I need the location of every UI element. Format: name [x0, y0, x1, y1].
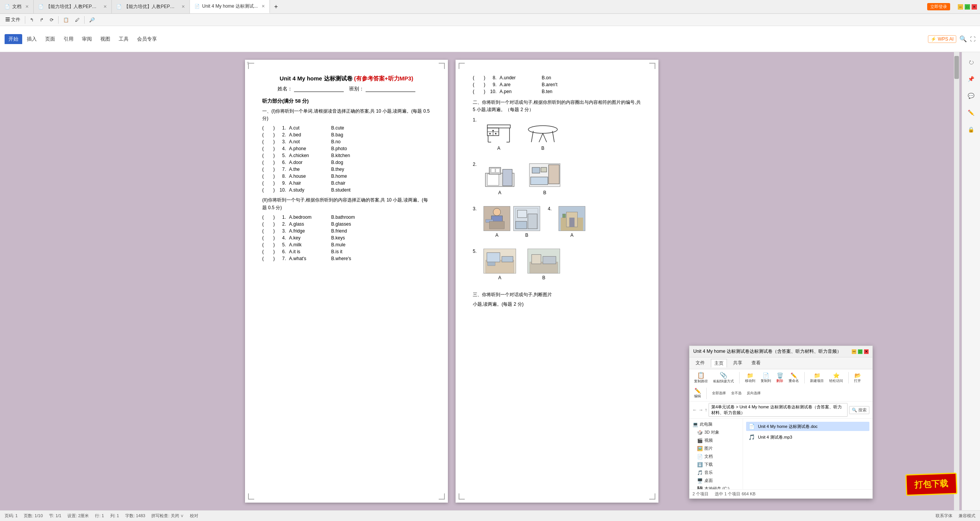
fe-btn-delete[interactable]: 🗑️ 删除: [775, 372, 785, 384]
sidebar-edit-icon[interactable]: ✏️: [964, 106, 978, 120]
ribbon-tab-vip[interactable]: 会员专享: [133, 34, 161, 44]
zoom-btn[interactable]: 🔎: [87, 16, 97, 23]
login-button[interactable]: 立即登录: [927, 3, 950, 10]
q3b: B.no: [331, 139, 362, 144]
svg-rect-38: [569, 218, 575, 227]
file-menu-btn[interactable]: ☰ 文件: [3, 16, 23, 24]
undo-btn[interactable]: ↰: [28, 16, 36, 23]
ribbon-right: ⚡ WPS AI 🔍 ⛶: [928, 35, 975, 43]
sidebar-pin-icon[interactable]: 📌: [964, 72, 978, 86]
fe-tree-drive-c[interactable]: 💾 本地磁盘 (C:): [689, 485, 743, 489]
p2q3b: B.friend: [331, 228, 362, 234]
fe-right-panel: 📄 Unit 4 My home 达标测试卷.doc 🎵 Unit 4 测试卷.…: [743, 419, 872, 489]
tab-2[interactable]: 📄 【能力培优】人教PEP版英语四年级... ✕: [34, 0, 112, 13]
fe-btn-copy-path[interactable]: 📋 复制路径: [693, 371, 709, 385]
clear-format-btn[interactable]: 🖊: [73, 16, 82, 23]
tab-4-label: Unit 4 My home 达标测试...: [202, 3, 258, 10]
fe-search-box[interactable]: 🔍 搜索: [849, 406, 869, 414]
tab-3[interactable]: 📄 【能力培优】人教PEP版英语四年级... ✕: [112, 0, 190, 13]
format-painter-btn[interactable]: 📋: [61, 16, 71, 23]
fe-tree-desktop[interactable]: 🖥️ 桌面: [689, 477, 743, 485]
tab-1-close[interactable]: ✕: [25, 4, 29, 9]
fe-close-btn[interactable]: ✕: [864, 349, 869, 354]
svg-rect-33: [528, 214, 537, 229]
fe-forward-btn[interactable]: →: [699, 407, 703, 413]
img-2b-label: B: [543, 190, 546, 195]
fe-back-btn[interactable]: ←: [693, 407, 697, 413]
video-icon: 🎬: [697, 438, 703, 443]
tab-area: 📄 文档 ✕ 📄 【能力培优】人教PEP版英语四年级... ✕ 📄 【能力培优】…: [0, 0, 923, 13]
fe-tree-computer[interactable]: 💻 此电脑: [689, 420, 743, 428]
fe-btn-rename[interactable]: ✏️ 重命名: [787, 372, 800, 384]
tab-3-close[interactable]: ✕: [181, 4, 185, 9]
sidebar-comment-icon[interactable]: 💬: [964, 89, 978, 103]
fe-tree-pictures[interactable]: 🖼️ 图片: [689, 444, 743, 452]
maximize-button[interactable]: □: [965, 4, 970, 10]
ribbon-tab-ref[interactable]: 引用: [60, 34, 77, 44]
fe-btn-copy[interactable]: 📄 复制到: [759, 372, 773, 384]
fe-btn-new-item[interactable]: 📁 新建项目: [808, 372, 825, 384]
status-proofread[interactable]: 校对: [190, 513, 198, 519]
fe-btn-easy-access[interactable]: ⭐ 轻松访问: [828, 372, 844, 384]
img-3b-label: B: [525, 233, 528, 238]
ribbon-tab-view[interactable]: 视图: [96, 34, 114, 44]
fe-file-mp3[interactable]: 🎵 Unit 4 测试卷.mp3: [746, 433, 869, 442]
q4b: B.photo: [331, 146, 362, 151]
ribbon-tab-insert[interactable]: 插入: [23, 34, 41, 44]
fe-tree-music[interactable]: 🎵 音乐: [689, 469, 743, 477]
wps-ai-button[interactable]: ⚡ WPS AI: [928, 35, 956, 43]
open-icon: 📂: [854, 372, 861, 378]
ribbon-tab-review[interactable]: 审阅: [78, 34, 96, 44]
fe-btn-edit[interactable]: ✏️ 编辑: [693, 387, 702, 400]
status-section: 节: 1/1: [49, 513, 61, 519]
ribbon-search-icon[interactable]: 🔍: [959, 35, 967, 43]
fe-btn-select-all[interactable]: 全部选择: [710, 390, 727, 396]
fe-path-bar[interactable]: 第4单元试卷 > Unit 4 My home 达标测试卷达标测试卷（含答案、听…: [709, 403, 848, 417]
ribbon-expand-icon[interactable]: ⛶: [970, 36, 975, 42]
copy-path-icon: 📋: [694, 372, 708, 379]
save-btn[interactable]: ⟳: [47, 16, 56, 23]
fe-tab-home[interactable]: 主页: [711, 359, 727, 367]
drag-handle[interactable]: ⠿: [247, 61, 249, 66]
ribbon-tab-page[interactable]: 页面: [41, 34, 59, 44]
corner-br: [439, 493, 445, 500]
img-set-5: 5. A: [473, 249, 641, 286]
sidebar-lock-icon[interactable]: 🔒: [964, 123, 978, 136]
fe-tree-video[interactable]: 🎬 视频: [689, 436, 743, 444]
fe-btn-paste-shortcut[interactable]: 📎 粘贴快捷方式: [712, 371, 735, 385]
new-tab-btn[interactable]: ＋: [270, 0, 282, 13]
fe-btn-select-none[interactable]: 全不选: [730, 390, 743, 396]
fe-max-btn[interactable]: □: [858, 349, 862, 354]
tab-2-close[interactable]: ✕: [103, 4, 107, 9]
q10b: B.student: [331, 187, 362, 193]
ribbon-tab-start[interactable]: 开始: [5, 34, 22, 44]
fe-btn-invert[interactable]: 反向选择: [745, 390, 762, 396]
scrollbar-thumb[interactable]: [954, 56, 959, 79]
tab-4[interactable]: 📄 Unit 4 My home 达标测试... ✕: [190, 0, 270, 13]
fe-tab-share[interactable]: 共享: [730, 359, 745, 367]
svg-rect-19: [491, 169, 495, 172]
fe-file-doc[interactable]: 📄 Unit 4 My home 达标测试卷.doc: [746, 422, 869, 431]
ribbon-tab-tools-label: 工具: [119, 36, 129, 42]
redo-btn[interactable]: ↱: [38, 16, 46, 23]
mp3-file-name: Unit 4 测试卷.mp3: [758, 434, 792, 440]
status-spell-check[interactable]: 拼写检查: 关闭 ∨: [151, 513, 183, 519]
tab-4-close[interactable]: ✕: [261, 4, 265, 9]
sidebar-sync-icon[interactable]: ⭮: [964, 55, 978, 69]
fe-tab-file[interactable]: 文件: [693, 359, 708, 367]
close-button[interactable]: ✕: [972, 4, 977, 10]
tab-1[interactable]: 📄 文档 ✕: [0, 0, 34, 13]
minimize-button[interactable]: ─: [958, 4, 963, 10]
ribbon-tab-tools[interactable]: 工具: [115, 34, 132, 44]
fe-tree-downloads[interactable]: ⬇️ 下载: [689, 460, 743, 469]
fe-tree-3d[interactable]: 🎲 3D 对象: [689, 428, 743, 436]
fe-btn-open[interactable]: 📂 打开: [853, 372, 862, 384]
svg-point-5: [489, 133, 491, 134]
download-badge[interactable]: 打包下载: [905, 473, 957, 496]
fe-btn-move[interactable]: 📁 移动到: [743, 372, 757, 384]
scrollbar-track[interactable]: [954, 52, 959, 510]
fe-min-btn[interactable]: ─: [852, 349, 856, 354]
fe-up-btn[interactable]: ↑: [705, 407, 707, 413]
fe-tab-view[interactable]: 查看: [748, 359, 764, 367]
fe-tree-docs[interactable]: 📄 文档: [689, 452, 743, 460]
